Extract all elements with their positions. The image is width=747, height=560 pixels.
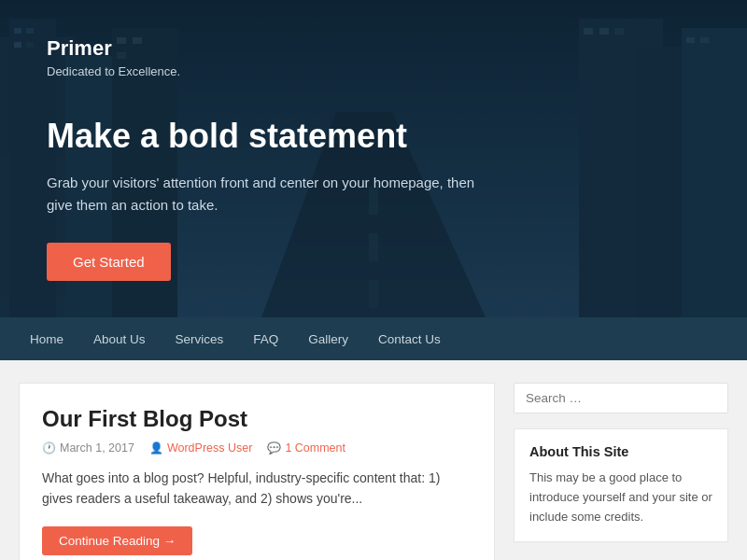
about-widget: About This Site This may be a good place…: [514, 428, 728, 542]
sidebar: About This Site This may be a good place…: [514, 383, 728, 560]
nav-item-about[interactable]: About Us: [82, 329, 157, 350]
site-title: Primer: [47, 36, 700, 61]
post-author-link[interactable]: WordPress User: [167, 441, 252, 455]
widget-title: About This Site: [529, 444, 712, 459]
widget-text: This may be a good place to introduce yo…: [529, 469, 712, 526]
post-date: March 1, 2017: [60, 441, 134, 455]
post-meta: 🕐 March 1, 2017 👤 WordPress User 💬 1 Com…: [42, 441, 472, 455]
get-started-button[interactable]: Get Started: [47, 243, 171, 281]
post-comments-meta: 💬 1 Comment: [267, 441, 345, 455]
nav-item-gallery[interactable]: Gallery: [297, 329, 359, 350]
blog-section: Our First Blog Post 🕐 March 1, 2017 👤 Wo…: [19, 383, 495, 560]
hero-heading: Make a bold statement: [47, 116, 700, 156]
search-input[interactable]: [514, 383, 728, 413]
post-excerpt: What goes into a blog post? Helpful, ind…: [42, 468, 472, 510]
clock-icon: 🕐: [42, 441, 56, 455]
continue-reading-button[interactable]: Continue Reading →: [42, 526, 192, 555]
nav-item-contact[interactable]: Contact Us: [367, 329, 452, 350]
post-author-meta: 👤 WordPress User: [149, 441, 252, 455]
main-area: Our First Blog Post 🕐 March 1, 2017 👤 Wo…: [0, 360, 747, 560]
site-tagline: Dedicated to Excellence.: [47, 64, 700, 78]
nav-item-faq[interactable]: FAQ: [242, 329, 289, 350]
nav-item-services[interactable]: Services: [164, 329, 235, 350]
hero-subtext: Grab your visitors' attention front and …: [47, 172, 495, 217]
post-title: Our First Blog Post: [42, 406, 472, 432]
comment-icon: 💬: [267, 441, 281, 455]
hero-section: Primer Dedicated to Excellence. Make a b…: [0, 0, 747, 317]
nav-item-home[interactable]: Home: [19, 329, 75, 350]
post-comments-link[interactable]: 1 Comment: [285, 441, 345, 455]
user-icon: 👤: [149, 441, 163, 455]
post-date-meta: 🕐 March 1, 2017: [42, 441, 134, 455]
hero-content: Primer Dedicated to Excellence. Make a b…: [47, 36, 700, 280]
main-nav: Home About Us Services FAQ Gallery Conta…: [0, 317, 747, 360]
